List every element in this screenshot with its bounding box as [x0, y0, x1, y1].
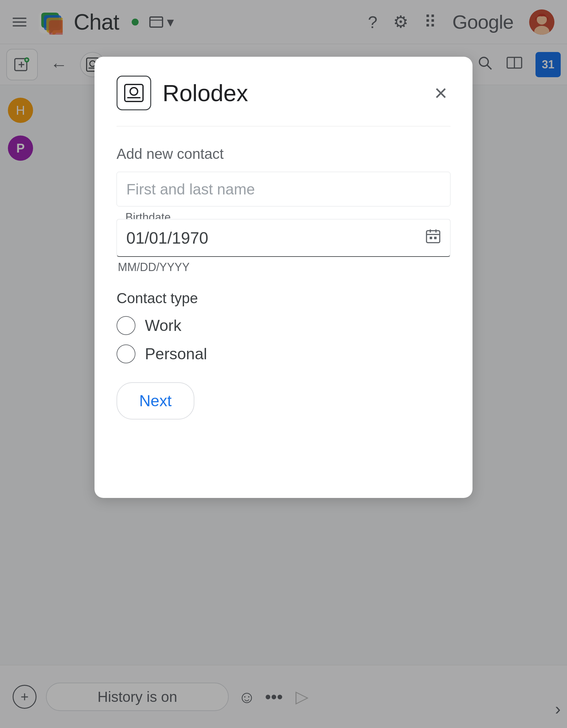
radio-personal[interactable]: Personal [117, 344, 450, 363]
svg-rect-26 [430, 237, 432, 239]
section-label: Add new contact [117, 145, 450, 162]
svg-rect-27 [434, 237, 437, 239]
date-format-hint: MM/DD/YYYY [118, 261, 450, 274]
modal-title: Rolodex [163, 80, 431, 107]
svg-rect-22 [426, 231, 440, 243]
modal-logo-icon [117, 76, 151, 110]
radio-work[interactable]: Work [117, 316, 450, 335]
radio-personal-circle[interactable] [117, 344, 136, 363]
svg-point-20 [130, 88, 138, 95]
rolodex-modal: Rolodex × Add new contact Birthdate [95, 57, 472, 498]
modal-divider [117, 126, 450, 126]
radio-personal-label: Personal [145, 345, 207, 363]
calendar-picker-icon[interactable] [425, 228, 441, 248]
radio-work-circle[interactable] [117, 316, 136, 335]
birthdate-field-wrapper: Birthdate [117, 219, 450, 257]
next-button[interactable]: Next [117, 382, 194, 419]
birthdate-input[interactable] [117, 219, 450, 257]
modal-header: Rolodex × [117, 76, 450, 110]
name-input[interactable] [117, 172, 450, 206]
modal-overlay: Rolodex × Add new contact Birthdate [0, 0, 567, 728]
close-modal-button[interactable]: × [431, 79, 450, 107]
contact-type-radio-group: Work Personal [117, 316, 450, 363]
contact-type-label: Contact type [117, 290, 450, 307]
radio-work-label: Work [145, 316, 182, 335]
